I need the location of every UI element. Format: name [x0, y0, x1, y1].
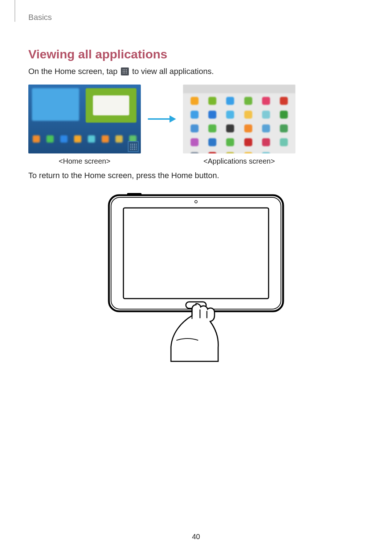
apps-button-icon [128, 141, 139, 152]
app-tile [191, 138, 199, 146]
apps-grid [189, 97, 290, 150]
intro-text-before: On the Home screen, tap [28, 67, 120, 76]
app-tile [244, 124, 252, 132]
app-tile [208, 111, 216, 119]
section-label: Basics [28, 13, 52, 22]
app-tile [226, 111, 234, 119]
screens-row [28, 85, 364, 153]
app-tile [280, 138, 288, 146]
applications-screen-thumbnail [183, 85, 295, 153]
header-rule [15, 0, 15, 22]
home-dock [28, 135, 141, 146]
app-tile [262, 111, 270, 119]
app-tile [226, 124, 234, 132]
app-tile [191, 152, 199, 153]
app-tile [262, 138, 270, 146]
app-tile [262, 152, 270, 153]
app-tile [191, 97, 199, 105]
app-tile [244, 111, 252, 119]
app-tile [208, 152, 216, 153]
app-tile [280, 124, 288, 132]
home-caption: <Home screen> [28, 157, 141, 165]
manual-page: Basics Viewing all applications On the H… [0, 0, 392, 554]
app-tile [262, 124, 270, 132]
app-tile [262, 97, 270, 105]
app-tile [226, 152, 234, 153]
intro-paragraph: On the Home screen, tap to view all appl… [28, 66, 364, 77]
app-tile [244, 152, 252, 153]
arrow-right-icon [147, 112, 176, 126]
app-tile [191, 124, 199, 132]
app-tile [226, 138, 234, 146]
app-tile [208, 124, 216, 132]
svg-rect-6 [123, 208, 269, 299]
caption-row: <Home screen> <Applications screen> [28, 157, 364, 165]
page-number: 40 [0, 533, 392, 541]
svg-rect-4 [127, 193, 142, 195]
page-title: Viewing all applications [28, 47, 364, 61]
return-paragraph: To return to the Home screen, press the … [28, 170, 364, 181]
home-screen-thumbnail [28, 85, 141, 153]
home-book-widget [86, 88, 136, 123]
app-tile [244, 97, 252, 105]
apps-tabs [183, 85, 295, 93]
tablet-illustration [28, 188, 364, 362]
app-tile [208, 138, 216, 146]
intro-text-after: to view all applications. [132, 67, 214, 76]
app-tile [280, 111, 288, 119]
app-tile [226, 97, 234, 105]
app-tile [208, 97, 216, 105]
home-widget [32, 88, 79, 121]
apps-grid-icon [121, 67, 129, 75]
app-tile [280, 97, 288, 105]
apps-caption: <Applications screen> [183, 157, 295, 165]
app-tile [191, 111, 199, 119]
hand-pointer-icon [171, 304, 218, 361]
app-tile [244, 138, 252, 146]
svg-marker-1 [170, 115, 176, 123]
